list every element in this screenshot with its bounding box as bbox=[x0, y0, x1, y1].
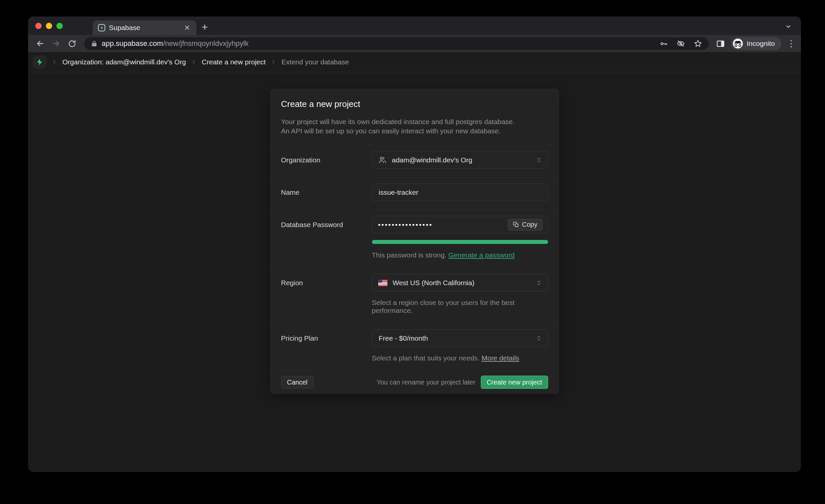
browser-tab-supabase[interactable]: Supabase × bbox=[93, 20, 196, 35]
forward-icon[interactable] bbox=[51, 38, 62, 49]
password-key-icon[interactable] bbox=[660, 40, 668, 48]
breadcrumb-create-project[interactable]: Create a new project bbox=[202, 58, 266, 66]
name-input[interactable]: issue-tracker bbox=[372, 184, 548, 201]
plan-helper-text: Select a plan that suits your needs. bbox=[372, 354, 482, 362]
tab-close-icon[interactable]: × bbox=[182, 23, 192, 32]
incognito-label: Incognito bbox=[747, 40, 775, 48]
plan-row: Pricing Plan Free - $0/month Select a pl… bbox=[271, 323, 559, 371]
browser-window: Supabase × + app.supabase.com/new/jfnsmq… bbox=[28, 16, 801, 472]
card-description: Your project will have its own dedicated… bbox=[281, 117, 548, 136]
plan-label: Pricing Plan bbox=[281, 330, 372, 362]
region-label: Region bbox=[281, 274, 372, 314]
lock-icon bbox=[91, 40, 98, 47]
card-footer: Cancel You can rename your project later… bbox=[271, 371, 559, 393]
chevron-right-icon bbox=[191, 59, 197, 65]
url-text: app.supabase.com/new/jfnsmqoynldvxjyhpyl… bbox=[102, 39, 248, 48]
region-field-group: West US (North California) Select a regi… bbox=[372, 274, 548, 314]
region-value: West US (North California) bbox=[393, 279, 535, 287]
password-label: Database Password bbox=[281, 216, 372, 259]
chevron-right-icon bbox=[51, 59, 58, 65]
password-field-group: •••••••••••••••• Copy This password is s… bbox=[372, 216, 548, 259]
copy-label: Copy bbox=[522, 221, 538, 228]
plan-helper: Select a plan that suits your needs. Mor… bbox=[372, 354, 548, 362]
url-domain: app.supabase.com bbox=[102, 39, 163, 48]
copy-password-button[interactable]: Copy bbox=[508, 219, 542, 231]
plan-field-group: Free - $0/month Select a plan that suits… bbox=[372, 330, 548, 362]
organization-label: Organization bbox=[281, 151, 372, 169]
password-strength-text: This password is strong. bbox=[372, 251, 448, 259]
chevrons-up-down-icon bbox=[535, 279, 542, 286]
side-panel-icon[interactable] bbox=[716, 39, 725, 48]
back-icon[interactable] bbox=[34, 38, 46, 49]
page-content: Create a new project Your project will h… bbox=[28, 72, 801, 472]
name-label: Name bbox=[281, 184, 372, 201]
password-helper: This password is strong. Generate a pass… bbox=[372, 251, 548, 259]
rename-note: You can rename your project later bbox=[377, 378, 475, 386]
url-path: /new/jfnsmqoynldvxjyhpylk bbox=[163, 39, 248, 48]
url-bar[interactable]: app.supabase.com/new/jfnsmqoynldvxjyhpyl… bbox=[84, 37, 709, 50]
generate-password-link[interactable]: Generate a password bbox=[448, 251, 515, 259]
tab-search-chevron-icon[interactable] bbox=[784, 22, 792, 30]
browser-toolbar: app.supabase.com/new/jfnsmqoynldvxjyhpyl… bbox=[28, 35, 801, 52]
region-row: Region West US (North California) Select… bbox=[271, 268, 559, 323]
region-select[interactable]: West US (North California) bbox=[372, 274, 548, 291]
breadcrumb-extend-database[interactable]: Extend your database bbox=[282, 58, 349, 66]
chevrons-up-down-icon bbox=[535, 156, 542, 164]
card-description-line2: An API will be set up so you can easily … bbox=[281, 126, 548, 136]
users-icon bbox=[378, 156, 387, 164]
name-value: issue-tracker bbox=[379, 189, 542, 196]
organization-value: adam@windmill.dev's Org bbox=[392, 156, 535, 164]
organization-select[interactable]: adam@windmill.dev's Org bbox=[372, 151, 548, 169]
organization-row: Organization adam@windmill.dev's Org bbox=[271, 145, 559, 177]
supabase-logo-icon[interactable] bbox=[33, 55, 47, 69]
page-title: Create a new project bbox=[281, 99, 548, 109]
tab-strip: Supabase × + bbox=[28, 16, 801, 35]
breadcrumb-organization[interactable]: Organization: adam@windmill.dev's Org bbox=[62, 58, 186, 66]
bookmark-star-icon[interactable] bbox=[694, 39, 702, 48]
close-window-button[interactable] bbox=[35, 23, 42, 29]
password-row: Database Password •••••••••••••••• Copy … bbox=[271, 210, 559, 268]
tab-title: Supabase bbox=[109, 24, 182, 32]
copy-icon bbox=[513, 221, 519, 228]
chevron-right-icon bbox=[270, 59, 277, 65]
reload-icon[interactable] bbox=[66, 38, 78, 49]
incognito-icon bbox=[733, 39, 743, 49]
eye-off-icon[interactable] bbox=[676, 39, 685, 48]
card-description-line1: Your project will have its own dedicated… bbox=[281, 117, 548, 126]
supabase-favicon-icon bbox=[98, 24, 105, 31]
card-header: Create a new project Your project will h… bbox=[271, 89, 559, 145]
maximize-window-button[interactable] bbox=[57, 23, 63, 29]
traffic-lights bbox=[35, 16, 63, 35]
new-tab-button[interactable]: + bbox=[202, 22, 208, 32]
breadcrumb: Organization: adam@windmill.dev's Org Cr… bbox=[28, 52, 801, 72]
plan-select[interactable]: Free - $0/month bbox=[372, 330, 548, 347]
browser-menu-icon[interactable]: ⋮ bbox=[787, 38, 796, 49]
password-input[interactable]: •••••••••••••••• Copy bbox=[372, 216, 548, 233]
more-details-link[interactable]: More details bbox=[481, 354, 519, 362]
create-project-card: Create a new project Your project will h… bbox=[270, 89, 559, 394]
password-masked-value: •••••••••••••••• bbox=[378, 221, 508, 229]
region-helper: Select a region close to your users for … bbox=[372, 299, 548, 314]
name-row: Name issue-tracker bbox=[271, 177, 559, 210]
password-strength-bar bbox=[372, 240, 548, 244]
incognito-badge: Incognito bbox=[731, 37, 781, 50]
plan-value: Free - $0/month bbox=[379, 334, 535, 342]
minimize-window-button[interactable] bbox=[46, 23, 52, 29]
create-new-project-button[interactable]: Create new project bbox=[481, 376, 548, 389]
us-flag-icon bbox=[378, 280, 387, 286]
cancel-button[interactable]: Cancel bbox=[281, 376, 313, 388]
chevrons-up-down-icon bbox=[535, 335, 542, 342]
